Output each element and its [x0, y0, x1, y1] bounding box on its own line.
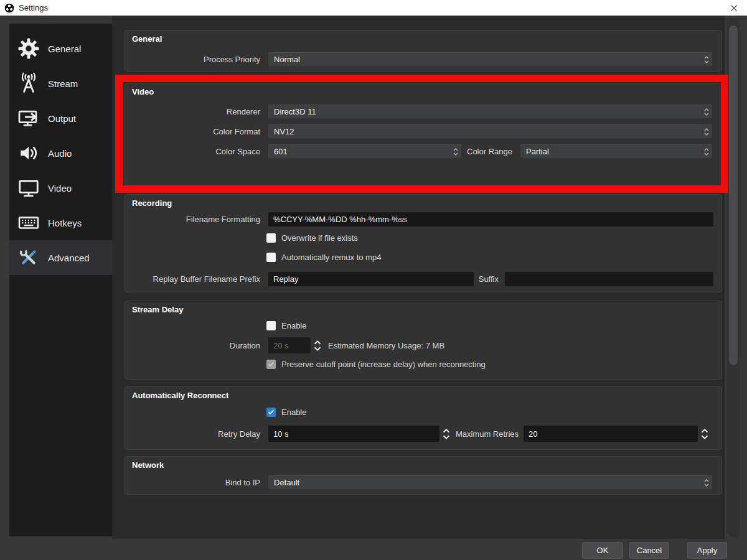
duration-spinbox[interactable] [268, 337, 311, 353]
monitor-icon [14, 177, 43, 199]
combo-spinner-icon[interactable] [704, 53, 709, 66]
renderer-label: Renderer [131, 107, 260, 116]
renderer-combobox[interactable]: Direct3D 11 [268, 105, 712, 118]
obs-logo-icon [4, 3, 14, 13]
sidebar-item-hotkeys[interactable]: Hotkeys [9, 205, 112, 240]
suffix-input[interactable] [505, 272, 713, 286]
reconnect-enable-checkbox[interactable] [266, 408, 276, 417]
stream-delay-enable-label: Enable [281, 321, 306, 330]
titlebar: Settings [0, 0, 747, 16]
sidebar-label: Hotkeys [48, 218, 82, 228]
gear-icon [14, 37, 43, 60]
sidebar-label: General [48, 44, 81, 54]
max-retries-label: Maximum Retries [451, 429, 519, 439]
combo-spinner-icon[interactable] [453, 145, 458, 158]
duration-spinner-icon[interactable] [312, 340, 322, 351]
sidebar-item-video[interactable]: Video [9, 170, 112, 205]
group-title-auto-reconnect: Automatically Reconnect [132, 391, 228, 400]
max-retries-spinbox[interactable] [524, 426, 698, 442]
sidebar-item-stream[interactable]: Stream [9, 66, 112, 101]
stream-delay-enable-checkbox[interactable] [266, 321, 276, 330]
group-stream-delay: Stream Delay Enable Duration Estimated M… [125, 301, 722, 380]
close-icon[interactable] [729, 3, 739, 13]
sidebar-item-general[interactable]: General [9, 31, 112, 66]
broadcast-icon [14, 72, 43, 95]
settings-scroll-area: General Process Priority Normal Video Re… [112, 16, 725, 539]
duration-label: Duration [131, 341, 260, 350]
keyboard-icon [14, 212, 43, 234]
max-retries-spinner-icon[interactable] [699, 429, 710, 439]
scrollbar-thumb[interactable] [729, 26, 738, 365]
preserve-cutoff-label: Preserve cutoff point (increase delay) w… [281, 360, 486, 369]
color-format-combobox[interactable]: NV12 [268, 124, 712, 138]
group-title-recording: Recording [132, 198, 172, 208]
checkmark-icon [268, 362, 275, 367]
group-title-stream-delay: Stream Delay [132, 305, 183, 314]
checkmark-icon [268, 409, 275, 415]
replay-prefix-input[interactable] [268, 272, 474, 286]
combo-spinner-icon[interactable] [704, 476, 709, 489]
filename-formatting-label: Filename Formatting [131, 215, 260, 224]
sidebar-label: Output [48, 113, 76, 124]
group-title-general: General [132, 34, 162, 44]
color-range-label: Color Range [461, 147, 512, 156]
group-general: General Process Priority Normal [125, 30, 722, 72]
overwrite-checkbox[interactable] [266, 233, 276, 243]
cancel-button[interactable]: Cancel [629, 542, 669, 559]
tools-icon [14, 246, 43, 269]
sidebar-label: Audio [48, 148, 72, 159]
sidebar-label: Stream [48, 78, 78, 89]
memory-usage-text: Estimated Memory Usage: 7 MB [328, 341, 444, 350]
group-auto-reconnect: Automatically Reconnect Enable Retry Del… [125, 386, 722, 450]
sidebar-item-audio[interactable]: Audio [9, 136, 112, 170]
replay-prefix-label: Replay Buffer Filename Prefix [131, 274, 260, 284]
remux-label: Automatically remux to mp4 [281, 253, 381, 262]
sidebar-item-advanced[interactable]: Advanced [9, 240, 112, 275]
color-format-label: Color Format [131, 127, 260, 136]
retry-delay-spinner-icon[interactable] [441, 429, 451, 439]
filename-formatting-input[interactable] [268, 212, 713, 226]
combo-spinner-icon[interactable] [704, 125, 709, 138]
apply-button[interactable]: Apply [687, 542, 727, 559]
reconnect-enable-label: Enable [281, 408, 306, 417]
bind-to-ip-combobox[interactable]: Default [268, 475, 712, 489]
combo-spinner-icon[interactable] [704, 105, 709, 118]
color-range-combobox[interactable]: Partial [520, 144, 712, 158]
group-recording: Recording Filename Formatting Overwrite … [125, 194, 722, 292]
color-space-label: Color Space [131, 147, 260, 156]
retry-delay-label: Retry Delay [131, 429, 260, 439]
dialog-footer: OK Cancel Apply [0, 539, 747, 560]
group-video: Video Renderer Direct3D 11 Color Format … [125, 83, 722, 185]
retry-delay-spinbox[interactable] [268, 426, 439, 442]
process-priority-combobox[interactable]: Normal [268, 52, 712, 66]
bind-to-ip-label: Bind to IP [131, 478, 260, 487]
group-title-video: Video [132, 87, 154, 96]
suffix-label: Suffix [474, 274, 499, 284]
group-network: Network Bind to IP Default [125, 456, 722, 495]
speaker-icon [14, 142, 43, 164]
remux-checkbox[interactable] [266, 253, 276, 262]
sidebar-item-output[interactable]: Output [9, 101, 112, 136]
preserve-cutoff-checkbox[interactable] [266, 360, 276, 369]
combo-spinner-icon[interactable] [704, 145, 709, 158]
window-title: Settings [19, 3, 48, 12]
settings-sidebar: General Stream [9, 24, 112, 536]
group-title-network: Network [132, 460, 164, 470]
color-space-combobox[interactable]: 601 [268, 144, 461, 158]
sidebar-label: Advanced [48, 253, 90, 263]
overwrite-label: Overwrite if file exists [281, 233, 358, 243]
sidebar-label: Video [48, 183, 72, 194]
settings-dialog-body: General Stream [0, 16, 747, 560]
vertical-scrollbar[interactable] [727, 18, 740, 537]
process-priority-label: Process Priority [131, 55, 260, 64]
output-icon [14, 107, 43, 129]
ok-button[interactable]: OK [582, 542, 623, 559]
